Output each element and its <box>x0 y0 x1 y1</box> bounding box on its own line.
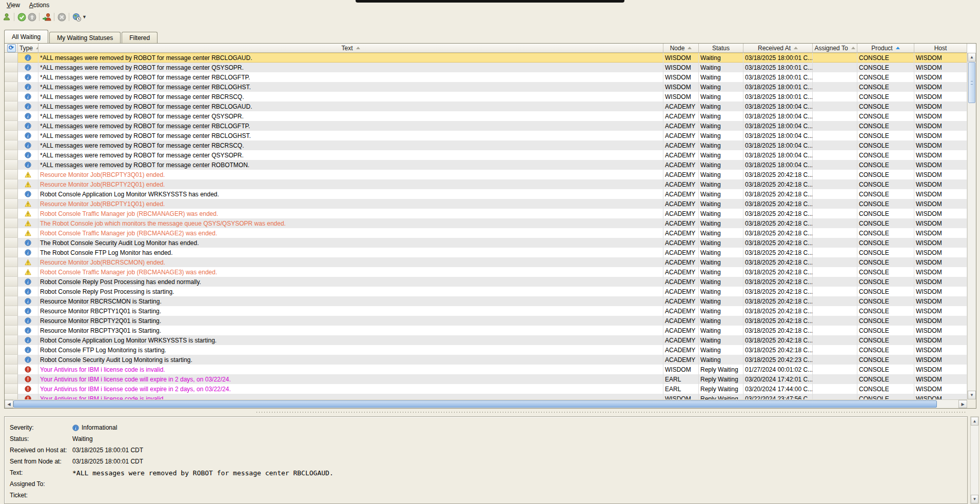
tab-my-waiting-statuses[interactable]: My Waiting Statuses <box>49 32 121 43</box>
scroll-down-button[interactable]: ▼ <box>968 391 976 399</box>
column-header-received[interactable]: Received At <box>743 44 813 52</box>
row-selector-cell[interactable] <box>5 384 18 394</box>
table-row[interactable]: Your Antivirus for IBM i license code wi… <box>5 374 967 384</box>
row-selector-cell[interactable] <box>5 287 18 296</box>
x-circle-icon[interactable] <box>56 12 67 22</box>
table-row[interactable]: iRobot Console FTP Log Monitoring is sta… <box>5 345 967 355</box>
row-selector-cell[interactable] <box>5 170 18 179</box>
table-row[interactable]: iResource Monitor RBCRSCMON is Starting.… <box>5 296 967 306</box>
row-selector-cell[interactable] <box>5 102 18 111</box>
table-row[interactable]: i*ALL messages were removed by ROBOT for… <box>5 140 967 150</box>
row-selector-cell[interactable] <box>5 374 18 384</box>
row-selector-cell[interactable] <box>5 345 18 355</box>
table-row[interactable]: i*ALL messages were removed by ROBOT for… <box>5 160 967 170</box>
table-row[interactable]: i*ALL messages were removed by ROBOT for… <box>5 72 967 82</box>
table-row[interactable]: iThe Robot Console Security Audit Log Mo… <box>5 238 967 248</box>
scroll-right-button[interactable]: ▶ <box>958 400 967 408</box>
menu-view[interactable]: View <box>2 1 25 10</box>
vertical-scroll-thumb[interactable] <box>968 62 975 103</box>
table-row[interactable]: i*ALL messages were removed by ROBOT for… <box>5 63 967 72</box>
scroll-left-button[interactable]: ◀ <box>5 400 13 408</box>
table-row[interactable]: Robot Console Traffic Manager job (RBCMA… <box>5 228 967 238</box>
row-selector-cell[interactable] <box>5 82 18 92</box>
table-row[interactable]: iRobot Console Reply Post Processing has… <box>5 277 967 287</box>
row-selector-cell[interactable] <box>5 121 18 131</box>
column-header-type[interactable]: Type <box>18 44 38 52</box>
row-selector-cell[interactable] <box>5 150 18 160</box>
row-selector-cell[interactable] <box>5 179 18 189</box>
row-selector-cell[interactable] <box>5 63 18 72</box>
row-selector-cell[interactable] <box>5 92 18 102</box>
row-selector-cell[interactable] <box>5 248 18 257</box>
column-header-assigned[interactable]: Assigned To <box>813 44 857 52</box>
table-vertical-scrollbar[interactable]: ▲ ▼ <box>967 53 976 399</box>
row-selector-cell[interactable] <box>5 296 18 306</box>
table-row[interactable]: Your Antivirus for IBM i license code wi… <box>5 384 967 394</box>
table-row[interactable]: i*ALL messages were removed by ROBOT for… <box>5 131 967 140</box>
menu-actions[interactable]: Actions <box>25 1 54 10</box>
table-row[interactable]: Robot Console Traffic Manager job (RBCMA… <box>5 209 967 218</box>
globe-clock-icon[interactable] <box>71 12 82 22</box>
row-selector-cell[interactable] <box>5 111 18 121</box>
up-arrow-circle-icon[interactable] <box>27 12 37 22</box>
row-selector-cell[interactable] <box>5 277 18 287</box>
row-selector-cell[interactable] <box>5 199 18 209</box>
scroll-up-button[interactable]: ▲ <box>968 53 976 62</box>
row-selector-cell[interactable] <box>5 218 18 228</box>
column-header-host[interactable]: Host <box>914 44 967 52</box>
table-row[interactable]: i*ALL messages were removed by ROBOT for… <box>5 102 967 111</box>
row-selector-cell[interactable] <box>5 355 18 365</box>
table-row[interactable]: Robot Console Traffic Manager job (RBCMA… <box>5 267 967 277</box>
table-row[interactable]: iRobot Console Application Log Monitor W… <box>5 335 967 345</box>
row-selector-cell[interactable] <box>5 140 18 150</box>
row-selector-cell[interactable] <box>5 131 18 140</box>
table-row[interactable]: i*ALL messages were removed by ROBOT for… <box>5 111 967 121</box>
table-row[interactable]: Resource Monitor Job(RBCPTY3Q01) ended.A… <box>5 170 967 179</box>
refresh-header-cell[interactable]: ⟳ <box>5 44 18 52</box>
table-row[interactable]: i*ALL messages were removed by ROBOT for… <box>5 150 967 160</box>
table-row[interactable]: i*ALL messages were removed by ROBOT for… <box>5 82 967 92</box>
row-selector-cell[interactable] <box>5 365 18 374</box>
row-selector-cell[interactable] <box>5 209 18 218</box>
column-header-product[interactable]: Product <box>857 44 914 52</box>
row-selector-cell[interactable] <box>5 238 18 248</box>
column-header-node[interactable]: Node <box>663 44 699 52</box>
row-selector-cell[interactable] <box>5 257 18 267</box>
table-row[interactable]: iResource Monitor RBCPTY2Q01 is Starting… <box>5 316 967 326</box>
table-row[interactable]: iRobot Console Reply Post Processing is … <box>5 287 967 296</box>
table-row[interactable]: iRobot Console Application Log Monitor W… <box>5 189 967 199</box>
table-row[interactable]: Your Antivirus for IBM i license code is… <box>5 365 967 374</box>
row-selector-cell[interactable] <box>5 189 18 199</box>
table-row[interactable]: Resource Monitor Job(RBCRSCMON) ended.AC… <box>5 257 967 267</box>
user-icon[interactable] <box>2 12 12 22</box>
table-row[interactable]: i*ALL messages were removed by ROBOT for… <box>5 92 967 102</box>
table-row[interactable]: iResource Monitor RBCPTY3Q01 is Starting… <box>5 326 967 335</box>
column-header-text[interactable]: Text <box>38 44 663 52</box>
table-row[interactable]: i*ALL messages were removed by ROBOT for… <box>5 53 967 63</box>
row-selector-cell[interactable] <box>5 316 18 326</box>
column-header-status[interactable]: Status <box>699 44 743 52</box>
row-selector-cell[interactable] <box>5 160 18 170</box>
table-row[interactable]: iThe Robot Console FTP Log Monitor has e… <box>5 248 967 257</box>
row-selector-cell[interactable] <box>5 228 18 238</box>
horizontal-scroll-thumb[interactable] <box>13 400 937 408</box>
tab-all-waiting[interactable]: All Waiting <box>4 30 48 43</box>
row-selector-cell[interactable] <box>5 306 18 316</box>
table-row[interactable]: i*ALL messages were removed by ROBOT for… <box>5 121 967 131</box>
table-horizontal-scrollbar[interactable]: ◀ ▶ <box>5 399 967 408</box>
details-scrollbar[interactable]: ▲ ▼ <box>970 416 979 504</box>
row-selector-cell[interactable] <box>5 267 18 277</box>
details-scroll-down-button[interactable]: ▼ <box>971 495 978 503</box>
row-selector-cell[interactable] <box>5 72 18 82</box>
table-row[interactable]: Your Antivirus for IBM i license code is… <box>5 394 967 399</box>
table-row[interactable]: iRobot Console Security Audit Log Monito… <box>5 355 967 365</box>
table-row[interactable]: iResource Monitor RBCPTY1Q01 is Starting… <box>5 306 967 316</box>
row-selector-cell[interactable] <box>5 53 18 63</box>
globe-dropdown-caret[interactable]: ▼ <box>82 14 87 19</box>
row-selector-cell[interactable] <box>5 394 18 399</box>
table-row[interactable]: Resource Monitor Job(RBCPTY1Q01) ended.A… <box>5 199 967 209</box>
details-scroll-up-button[interactable]: ▲ <box>971 417 978 426</box>
check-circle-icon[interactable] <box>16 12 27 22</box>
table-row[interactable]: Resource Monitor Job(RBCPTY2Q01) ended.A… <box>5 179 967 189</box>
table-row[interactable]: The Robot Console job which monitors the… <box>5 218 967 228</box>
